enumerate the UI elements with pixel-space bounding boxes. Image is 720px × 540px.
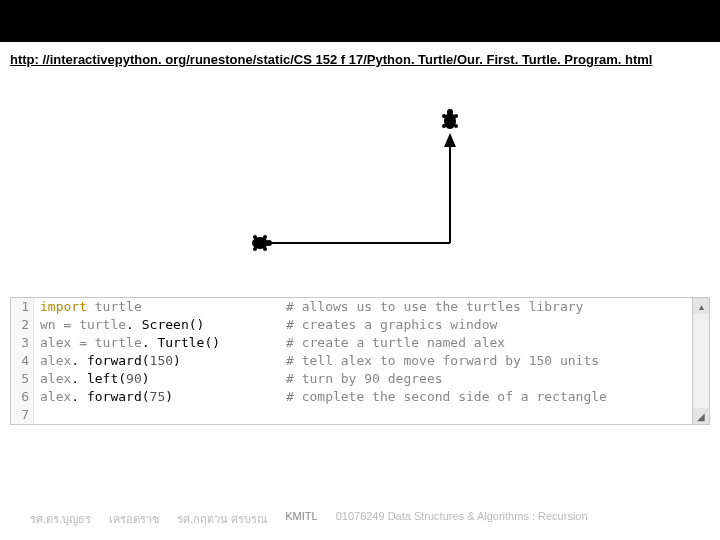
svg-point-10 xyxy=(447,109,453,115)
footer-author-1b: เครอตราช xyxy=(109,510,159,528)
svg-point-12 xyxy=(454,114,458,118)
scroll-up-icon[interactable]: ▴ xyxy=(693,298,709,314)
code-listing: 1 import turtle # allows us to use the t… xyxy=(11,298,709,424)
code-line: 2 wn = turtle. Screen() # creates a grap… xyxy=(11,316,693,334)
svg-point-11 xyxy=(442,114,446,118)
turtle-drawing xyxy=(190,103,530,283)
code-line: 7 xyxy=(11,406,693,424)
footer-course: 01076249 Data Structures & Algorithms : … xyxy=(336,510,588,528)
svg-point-4 xyxy=(266,240,272,246)
footer-inst: KMITL xyxy=(285,510,317,528)
code-line: 1 import turtle # allows us to use the t… xyxy=(11,298,693,316)
scrollbar-vertical[interactable]: ▴ ◢ xyxy=(692,298,709,424)
svg-point-13 xyxy=(442,124,446,128)
code-panel: 1 import turtle # allows us to use the t… xyxy=(10,297,710,425)
svg-marker-2 xyxy=(444,133,456,147)
svg-point-5 xyxy=(253,235,257,239)
slide-footer: รศ.ดร.บุญธร เครอตราช รศ.กฤตวน ศรบรณ KMIT… xyxy=(0,510,720,528)
svg-point-8 xyxy=(263,247,267,251)
code-line: 4 alex. forward(150) # tell alex to move… xyxy=(11,352,693,370)
footer-author-1: รศ.ดร.บุญธร xyxy=(30,510,91,528)
slide-topbar xyxy=(0,0,720,42)
code-line: 3 alex = turtle. Turtle() # create a tur… xyxy=(11,334,693,352)
scroll-down-icon[interactable]: ◢ xyxy=(693,408,709,424)
source-url: http: //interactivepython. org/runestone… xyxy=(0,42,720,73)
code-line: 5 alex. left(90) # turn by 90 degrees xyxy=(11,370,693,388)
footer-author-2: รศ.กฤตวน ศรบรณ xyxy=(177,510,267,528)
code-line: 6 alex. forward(75) # complete the secon… xyxy=(11,388,693,406)
svg-point-14 xyxy=(454,124,458,128)
turtle-canvas xyxy=(190,103,530,283)
svg-point-7 xyxy=(263,235,267,239)
svg-point-6 xyxy=(253,247,257,251)
